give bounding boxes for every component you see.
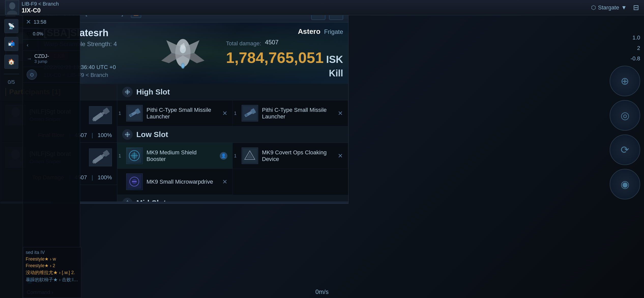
high-slot-header: High Slot	[117, 84, 348, 100]
sidebar-icon-3[interactable]: 🏠	[4, 55, 18, 69]
circle-icon: ⊙	[27, 70, 37, 80]
slot-item-high-1[interactable]: 1 Pithi C-Type Small Missile Launcher	[233, 100, 348, 126]
top-bar: LIB-F9 < Branch 1IX-C0 ⬡ Stargate ▼ ⊟	[0, 0, 644, 15]
slot-item-name-0: Pithi C-Type Small Missile Launcher	[147, 107, 218, 120]
high-slot-icon	[122, 87, 133, 97]
nav-timer: 13:58	[34, 19, 46, 25]
shield-value: 0.0%	[33, 31, 43, 37]
chat-line-3: 没动的维拉尤★ › [.w.] 2.	[26, 269, 79, 276]
sidebar-counter: 0/5	[8, 79, 15, 85]
ship-class-line: Astero Frigate	[226, 28, 343, 36]
right-value-2: 2	[637, 45, 640, 51]
slot-item-icon-extra-0	[126, 173, 143, 190]
system-name: 1IX-C0	[22, 7, 59, 14]
low-slot-items: 1 MK9 Medium Shield Booster 👤 1	[117, 143, 348, 169]
close-slot-0[interactable]: ✕	[222, 110, 227, 117]
speed-indicator: 0m/s	[315, 288, 329, 295]
arrow-icon: ‹	[27, 42, 28, 48]
percent-0: 100%	[98, 132, 112, 139]
person-icon-0: 👤	[220, 152, 227, 160]
right-circle-1[interactable]: ⊕	[610, 66, 640, 96]
ship-display	[145, 28, 221, 78]
participant-weapon-1	[89, 148, 112, 166]
slot-item-icon-1	[242, 105, 258, 121]
stargate-icon: ⬡	[591, 4, 596, 11]
shield-icon: 🛡	[27, 32, 31, 36]
chat-line-2: Freestyle★ › 2	[26, 263, 79, 268]
shield-indicator: 🛡 0.0%	[23, 29, 80, 39]
nav-spacer	[23, 83, 80, 275]
sidebar-icon-2[interactable]: 📬	[4, 37, 18, 51]
right-value-3: -0.8	[631, 55, 640, 62]
stargate-label: Stargate	[598, 4, 619, 11]
participant-weapon-0	[89, 106, 112, 124]
kill-result: Kill	[226, 68, 343, 79]
sidebar-divider	[4, 74, 19, 74]
separator-3: |	[92, 174, 93, 181]
nav-icon: →	[27, 56, 32, 62]
slot-qty-low-0: 1	[119, 153, 121, 158]
right-panel: 1.0 2 -0.8 ⊕ ◎ ⟳ ◉	[601, 15, 644, 298]
slot-item-icon-low-1	[242, 147, 258, 164]
avatar	[5, 1, 19, 15]
damage-row: Total damage: 4507	[226, 38, 343, 47]
nav-item-circle[interactable]: ⊙	[23, 67, 80, 83]
chat-panel: sed ita IV Freestyle★ › w Freestyle★ › 2…	[23, 247, 81, 298]
nav-top: ✕ 13:58	[23, 15, 80, 29]
sidebar-icon-1[interactable]: 📡	[4, 19, 18, 33]
chevron-down-icon: ▼	[621, 4, 627, 11]
slot-item-low-1[interactable]: 1 MK9 Covert Ops Cloaking Device ✕	[233, 143, 348, 169]
right-circle-4[interactable]: ◉	[610, 169, 640, 199]
right-circle-2[interactable]: ◎	[610, 100, 640, 131]
slot-item-extra-0[interactable]: MK9 Small Microwarpdrive ✕	[117, 169, 233, 195]
left-sidebar: 📡 📬 🏠 0/5	[0, 15, 23, 298]
slot-item-name-extra-0: MK9 Small Microwarpdrive	[147, 179, 218, 185]
low-slot-header: Low Slot	[117, 126, 348, 143]
right-value-1: 1.0	[632, 34, 640, 41]
high-slot-title: High Slot	[136, 88, 170, 96]
slot-item-high-0[interactable]: 1 Pithi C-Type Small Missile Launcher	[117, 100, 233, 126]
chat-line-1: Freestyle★ › w	[26, 256, 79, 262]
close-slot-1[interactable]: ✕	[338, 110, 343, 117]
nav-item-system[interactable]: → CZDJ- 3 jump	[23, 51, 80, 67]
close-slot-extra-0[interactable]: ✕	[222, 178, 227, 185]
chat-line-4: 暴躁的软柿子★ › 击败:IRELAND[潜龙级]	[26, 277, 79, 283]
low-slot-icon	[122, 129, 133, 140]
system-label: CZDJ- 3 jump	[34, 53, 49, 64]
svg-rect-23	[93, 155, 103, 164]
percent-1: 100%	[98, 174, 112, 181]
slots-panel: High Slot 1	[117, 84, 348, 204]
right-circle-3[interactable]: ⟳	[610, 134, 640, 165]
svg-point-10	[182, 64, 184, 68]
slot-item-icon-low-0	[126, 147, 143, 164]
stargate-button[interactable]: ⬡ Stargate ▼	[591, 4, 627, 11]
slot-item-name-low-1: MK9 Covert Ops Cloaking Device	[262, 149, 334, 162]
slot-item-name-low-0: MK9 Medium Shield Booster	[147, 149, 216, 162]
char-location: LIB-F9 < Branch	[22, 1, 59, 7]
nav-item-arrow[interactable]: ‹	[23, 39, 80, 51]
filter-button[interactable]: ⊟	[633, 3, 639, 12]
close-slot-low-1[interactable]: ✕	[338, 152, 343, 159]
slot-item-icon-0	[126, 105, 143, 121]
extra-slot-items: MK9 Small Microwarpdrive ✕	[117, 169, 348, 195]
slot-qty-low-1: 1	[234, 153, 237, 158]
slot-item-name-1: Pithi C-Type Small Missile Launcher	[262, 107, 334, 120]
slot-qty-0: 1	[119, 111, 121, 116]
low-slot-title: Low Slot	[136, 130, 168, 139]
separator-1: |	[92, 132, 93, 139]
ship-image	[151, 30, 215, 76]
svg-point-1	[9, 2, 15, 9]
slot-qty-1: 1	[234, 111, 237, 116]
high-slot-items: 1 Pithi C-Type Small Missile Launcher	[117, 100, 348, 126]
slot-item-low-0[interactable]: 1 MK9 Medium Shield Booster 👤	[117, 143, 233, 169]
svg-rect-17	[93, 112, 103, 121]
kill-value-section: Astero Frigate Total damage: 4507 1,784,…	[226, 28, 343, 79]
chat-line-0: sed ita IV	[26, 250, 79, 255]
top-bar-info: LIB-F9 < Branch 1IX-C0	[22, 1, 59, 14]
isk-row: 1,784,765,051 ISK	[226, 48, 343, 65]
close-button[interactable]: ✕	[26, 18, 31, 25]
